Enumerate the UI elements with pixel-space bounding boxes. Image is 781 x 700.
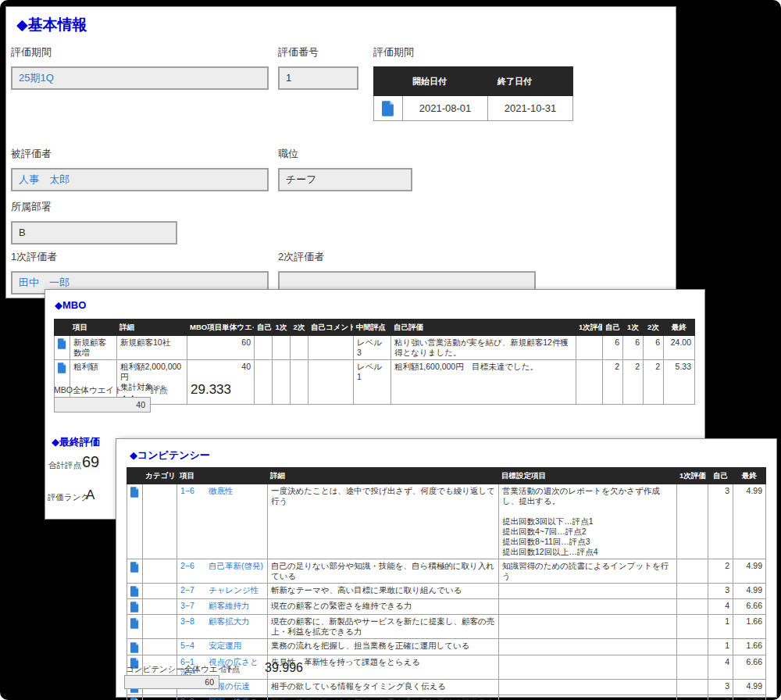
competency-header-self: 自己	[708, 468, 733, 484]
position-label: 職位	[278, 148, 412, 160]
document-icon-cell[interactable]	[127, 559, 143, 584]
competency-detail: 相手の欲している情報をタイミング良く伝える	[268, 679, 499, 695]
competency-row: 8−3部下・後輩の指導・育成部下・後輩に気づきを与え、仕事を通じて計画的に部下の…	[127, 695, 766, 700]
mbo-self-eval: 粗利額1,600,000円 目標未達でした。	[391, 360, 576, 405]
eval-period-label: 評価期間	[11, 46, 269, 59]
competency-item-number-link[interactable]: 2−7	[180, 585, 209, 595]
competency-item-name-link[interactable]: チャレンジ性	[209, 585, 259, 595]
competency-item: 1−6徹底性	[177, 484, 268, 559]
competency-self: 2	[708, 695, 733, 700]
document-icon	[130, 487, 139, 498]
document-icon-cell[interactable]	[55, 336, 70, 360]
competency-title: ◆コンピテンシー	[130, 448, 210, 462]
field-evaluator2: 2次評価者	[278, 251, 536, 295]
competency-final: 6.66	[733, 655, 766, 679]
competency-item: 5−4安定運用	[177, 639, 268, 655]
competency-score-value: 39.996	[265, 661, 303, 675]
competency-row: 2−6自己革新(啓発)自己の足りない部分や知識・技能を、自ら積極的に取り入れてい…	[127, 559, 766, 584]
competency-header-item: 項目	[177, 468, 268, 484]
evaluatee-input[interactable]: 人事 太郎	[11, 168, 269, 191]
mbo-first	[273, 336, 291, 360]
competency-row: 3−8顧客拡大力現在の顧客に、新製品やサービスを新たに提案し、顧客の売上・利益を…	[127, 615, 766, 639]
mbo-score-first: 6	[623, 336, 644, 360]
total-score-label: 合計評点	[48, 460, 81, 471]
document-icon	[130, 586, 139, 597]
mbo-score-second: 2	[644, 360, 664, 405]
competency-item-number-link[interactable]: 3−8	[180, 616, 209, 627]
document-icon-cell[interactable]	[127, 615, 143, 639]
document-icon-cell[interactable]	[127, 584, 143, 599]
eval-dates-row: 2021-08-01 2021-10-31	[374, 96, 573, 121]
competency-item-number-link[interactable]: 2−6	[180, 561, 209, 571]
competency-item-number-link[interactable]: 5−4	[180, 641, 209, 651]
competency-item-name-link[interactable]: 徹底性	[209, 486, 234, 495]
competency-category	[143, 599, 177, 615]
competency-header-detail: 詳細	[268, 468, 499, 484]
document-icon	[130, 642, 139, 653]
rank-label: 評価ランク	[48, 492, 89, 503]
mbo-header-score-second: 2次	[644, 320, 664, 336]
document-icon-cell[interactable]	[127, 695, 143, 700]
document-icon	[130, 602, 139, 612]
competency-first-eval	[677, 615, 708, 639]
eval-dates-icon-header	[374, 67, 403, 96]
competency-item: 3−7顧客維持力	[177, 599, 268, 615]
eval-number-input[interactable]: 1	[278, 66, 358, 90]
field-evaluatee: 被評価者 人事 太郎	[11, 148, 269, 191]
mbo-header-weight: MBO項目単体ウエイト	[187, 320, 255, 336]
document-icon	[130, 562, 139, 573]
eval-dates-label: 評価期間	[373, 46, 573, 59]
document-icon-cell[interactable]	[127, 639, 143, 655]
document-icon	[58, 362, 66, 373]
competency-detail: 斬新なテーマや、高い目標に果敢に取り組んでいる	[268, 584, 499, 599]
competency-goal	[499, 655, 677, 679]
end-date-value: 2021-10-31	[488, 96, 573, 121]
screen: ◆基本情報 評価期間 25期1Q 評価番号 1 評価期間 開始日付 終了日付	[0, 0, 781, 700]
field-evaluator1: 1次評価者 田中 一郎	[11, 251, 269, 295]
mbo-title: ◆MBO	[55, 299, 86, 311]
document-icon	[130, 618, 139, 629]
field-eval-dates: 評価期間 開始日付 終了日付	[373, 46, 573, 121]
competency-first-eval	[677, 559, 708, 584]
mbo-score-value: 29.333	[191, 382, 231, 398]
competency-final: 1.66	[733, 615, 766, 639]
competency-first-eval	[677, 655, 708, 679]
competency-weight-input[interactable]: 60	[124, 675, 219, 689]
mbo-first-eval	[576, 360, 603, 405]
basic-info-panel: ◆基本情報 評価期間 25期1Q 評価番号 1 評価期間 開始日付 終了日付	[5, 6, 676, 298]
competency-final: 4.99	[733, 559, 766, 584]
competency-self: 1	[708, 615, 733, 639]
mbo-weight-input[interactable]: 40	[54, 397, 151, 412]
document-icon	[382, 101, 394, 116]
mbo-header-self-eval: 自己評価	[391, 320, 576, 336]
competency-final: 4.99	[733, 679, 766, 695]
competency-category	[143, 695, 177, 700]
competency-item: 3−8顧客拡大力	[177, 615, 268, 639]
department-input[interactable]: B	[11, 221, 177, 245]
basic-info-title: ◆基本情報	[16, 15, 87, 35]
competency-score-label: 評点	[223, 664, 240, 675]
document-icon	[58, 338, 66, 349]
position-input[interactable]: チーフ	[278, 168, 412, 191]
mbo-second	[291, 360, 308, 405]
mbo-final: 5.33	[664, 360, 695, 405]
competency-item-number-link[interactable]: 8−3	[180, 697, 209, 700]
document-icon-cell[interactable]	[127, 599, 143, 615]
competency-goal	[499, 599, 677, 615]
competency-first-eval	[677, 484, 708, 559]
competency-first-eval	[677, 695, 708, 700]
competency-item-name-link[interactable]: 安定運用	[209, 641, 241, 650]
mbo-first-eval	[576, 336, 603, 360]
competency-item-name-link[interactable]: 自己革新(啓発)	[209, 561, 263, 570]
competency-self: 4	[708, 599, 733, 615]
document-icon-cell[interactable]	[127, 484, 143, 559]
competency-item-number-link[interactable]: 3−7	[180, 601, 209, 611]
competency-item-number-link[interactable]: 1−6	[180, 486, 209, 496]
competency-goal	[499, 695, 677, 700]
eval-dates-row-icon-cell[interactable]	[374, 96, 403, 121]
competency-goal	[499, 679, 677, 695]
mbo-header-item: 項目	[70, 320, 117, 336]
competency-item-name-link[interactable]: 顧客維持力	[209, 601, 250, 610]
competency-item-name-link[interactable]: 顧客拡大力	[209, 616, 250, 626]
eval-period-input[interactable]: 25期1Q	[11, 66, 269, 90]
